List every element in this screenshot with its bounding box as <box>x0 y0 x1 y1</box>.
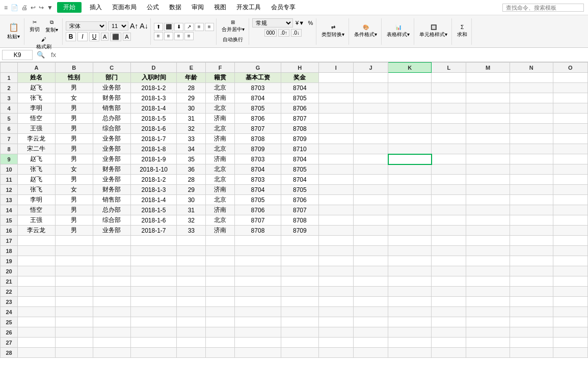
cell-j22[interactable] <box>353 287 388 297</box>
cell-b28[interactable] <box>55 348 93 358</box>
row-header-5[interactable]: 5 <box>1 114 18 124</box>
cell-j19[interactable] <box>353 256 388 266</box>
cell-n25[interactable] <box>510 317 553 327</box>
cell-l24[interactable] <box>432 307 466 317</box>
cell-k3[interactable] <box>388 93 432 103</box>
cell-i20[interactable] <box>318 266 353 276</box>
cell-i18[interactable] <box>318 246 353 256</box>
cell-d8[interactable]: 2018-1-8 <box>130 144 177 154</box>
cell-f10[interactable]: 北京 <box>206 164 235 175</box>
cell-i7[interactable] <box>318 134 353 144</box>
cell-g4[interactable]: 8705 <box>235 103 281 114</box>
cell-l8[interactable] <box>432 144 466 154</box>
cell-k7[interactable] <box>388 134 432 144</box>
cell-i14[interactable] <box>318 205 353 215</box>
cell-a18[interactable] <box>18 246 56 256</box>
cell-c13[interactable]: 销售部 <box>93 195 130 205</box>
cell-k19[interactable] <box>388 256 432 266</box>
cell-g13[interactable]: 8705 <box>235 195 281 205</box>
cell-d24[interactable] <box>130 307 177 317</box>
cell-e14[interactable]: 31 <box>177 205 206 215</box>
cell-l27[interactable] <box>432 338 466 348</box>
cell-k14[interactable] <box>388 205 432 215</box>
cell-o21[interactable] <box>553 276 587 287</box>
cell-b1[interactable]: 性别 <box>55 73 93 83</box>
cell-m15[interactable] <box>466 215 510 226</box>
cell-i16[interactable] <box>318 226 353 236</box>
cell-d7[interactable]: 2018-1-7 <box>130 134 177 144</box>
cell-k1[interactable] <box>388 73 432 83</box>
merge-button[interactable]: ⊞ 合并居中▾ <box>220 18 247 34</box>
cell-k10[interactable] <box>388 164 432 175</box>
cell-m8[interactable] <box>466 144 510 154</box>
cell-n28[interactable] <box>510 348 553 358</box>
cell-a4[interactable]: 李明 <box>18 103 56 114</box>
cell-m12[interactable] <box>466 185 510 195</box>
cell-o13[interactable] <box>553 195 587 205</box>
cell-d16[interactable]: 2018-1-7 <box>130 226 177 236</box>
cell-i27[interactable] <box>318 338 353 348</box>
cell-o25[interactable] <box>553 317 587 327</box>
new-icon[interactable]: 📄 <box>11 4 18 11</box>
cell-k17[interactable] <box>388 236 432 246</box>
cell-a16[interactable]: 李云龙 <box>18 226 56 236</box>
align-top-button[interactable]: ⬆ <box>154 23 163 31</box>
cell-n17[interactable] <box>510 236 553 246</box>
col-header-m[interactable]: M <box>466 63 510 73</box>
cell-n6[interactable] <box>510 124 553 134</box>
row-header-1[interactable]: 1 <box>1 73 18 83</box>
cell-f13[interactable]: 北京 <box>206 195 235 205</box>
cell-c3[interactable]: 财务部 <box>93 93 130 103</box>
font-name-select[interactable]: 宋体 <box>66 21 106 31</box>
cell-c7[interactable]: 业务部 <box>93 134 130 144</box>
cell-b25[interactable] <box>55 317 93 327</box>
cell-j6[interactable] <box>353 124 388 134</box>
cell-h23[interactable] <box>281 297 318 307</box>
cell-style-button[interactable]: 🔲 单元格样式▾ <box>417 23 449 39</box>
cell-j24[interactable] <box>353 307 388 317</box>
cell-l9[interactable] <box>432 154 466 164</box>
cell-j25[interactable] <box>353 317 388 327</box>
cond-format-button[interactable]: 🎨 条件格式▾ <box>352 23 379 39</box>
cell-h27[interactable] <box>281 338 318 348</box>
cell-n2[interactable] <box>510 83 553 93</box>
cell-h3[interactable]: 8705 <box>281 93 318 103</box>
cell-j12[interactable] <box>353 185 388 195</box>
cell-l17[interactable] <box>432 236 466 246</box>
cell-a5[interactable]: 悟空 <box>18 114 56 124</box>
cell-i23[interactable] <box>318 297 353 307</box>
cell-i5[interactable] <box>318 114 353 124</box>
cell-e9[interactable]: 35 <box>177 154 206 164</box>
cell-i15[interactable] <box>318 215 353 226</box>
cell-j15[interactable] <box>353 215 388 226</box>
cell-i2[interactable] <box>318 83 353 93</box>
cell-e13[interactable]: 30 <box>177 195 206 205</box>
cell-d10[interactable]: 2018-1-10 <box>130 164 177 175</box>
cell-j20[interactable] <box>353 266 388 276</box>
cell-m14[interactable] <box>466 205 510 215</box>
cell-a22[interactable] <box>18 287 56 297</box>
table-style-button[interactable]: 📊 表格样式▾ <box>385 23 412 39</box>
row-header-10[interactable]: 10 <box>1 164 18 175</box>
cell-m25[interactable] <box>466 317 510 327</box>
cell-l3[interactable] <box>432 93 466 103</box>
cell-c16[interactable]: 业务部 <box>93 226 130 236</box>
cell-c14[interactable]: 总办部 <box>93 205 130 215</box>
cell-b13[interactable]: 男 <box>55 195 93 205</box>
cell-f2[interactable]: 北京 <box>206 83 235 93</box>
cell-e24[interactable] <box>177 307 206 317</box>
cell-e3[interactable]: 29 <box>177 93 206 103</box>
cell-c1[interactable]: 部门 <box>93 73 130 83</box>
indent-button[interactable]: ≡ <box>195 23 204 31</box>
cell-j28[interactable] <box>353 348 388 358</box>
cell-a25[interactable] <box>18 317 56 327</box>
cell-o1[interactable] <box>553 73 587 83</box>
cell-g27[interactable] <box>235 338 281 348</box>
cell-j18[interactable] <box>353 246 388 256</box>
cell-b9[interactable]: 男 <box>55 154 93 164</box>
cell-o9[interactable] <box>553 154 587 164</box>
cell-m16[interactable] <box>466 226 510 236</box>
cell-f11[interactable]: 北京 <box>206 175 235 185</box>
cell-c2[interactable]: 业务部 <box>93 83 130 93</box>
cell-g5[interactable]: 8706 <box>235 114 281 124</box>
